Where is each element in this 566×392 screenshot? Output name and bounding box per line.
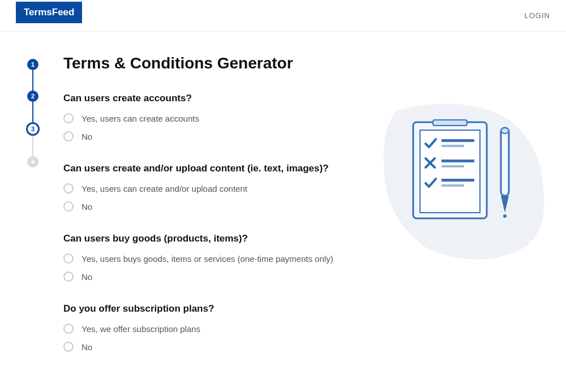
step-connector bbox=[32, 136, 33, 156]
logo-part2: Feed bbox=[52, 7, 75, 18]
option-label: No bbox=[82, 202, 92, 212]
login-link[interactable]: LOGIN bbox=[525, 11, 550, 20]
option-yes[interactable]: Yes, users can create and/or upload cont… bbox=[63, 183, 367, 193]
step-4[interactable]: 4 bbox=[27, 156, 38, 167]
svg-point-12 bbox=[501, 128, 509, 133]
option-no[interactable]: No bbox=[63, 201, 367, 212]
option-label: Yes, we offer subscription plans bbox=[82, 324, 200, 334]
radio-icon bbox=[63, 183, 74, 193]
svg-rect-7 bbox=[441, 160, 474, 162]
option-label: No bbox=[82, 342, 92, 352]
svg-rect-4 bbox=[441, 145, 464, 147]
option-label: No bbox=[82, 272, 92, 282]
svg-rect-11 bbox=[501, 128, 509, 196]
content: 1 2 3 4 Terms & Conditions Generator Can… bbox=[0, 32, 566, 373]
option-label: Yes, users can create accounts bbox=[82, 114, 199, 123]
svg-point-13 bbox=[503, 214, 507, 218]
svg-rect-8 bbox=[441, 165, 464, 167]
radio-icon bbox=[63, 272, 74, 282]
header: TermsFeed LOGIN bbox=[0, 0, 566, 32]
option-no[interactable]: No bbox=[63, 131, 367, 141]
clipboard-illustration bbox=[374, 100, 549, 269]
page-title: Terms & Conditions Generator bbox=[63, 54, 367, 72]
step-connector bbox=[32, 102, 33, 122]
step-1[interactable]: 1 bbox=[27, 59, 38, 70]
svg-rect-1 bbox=[433, 120, 467, 126]
svg-rect-3 bbox=[441, 139, 474, 142]
question-title: Do you offer subscription plans? bbox=[63, 303, 367, 315]
option-label: Yes, users buys goods, items or services… bbox=[82, 254, 333, 264]
option-label: Yes, users can create and/or upload cont… bbox=[82, 184, 247, 193]
option-yes[interactable]: Yes, we offer subscription plans bbox=[63, 324, 367, 334]
logo-part1: Terms bbox=[24, 7, 52, 18]
option-yes[interactable]: Yes, users buys goods, items or services… bbox=[63, 253, 367, 264]
question-subscriptions: Do you offer subscription plans? Yes, we… bbox=[63, 303, 367, 352]
main-form: Terms & Conditions Generator Can users c… bbox=[50, 54, 367, 373]
svg-rect-9 bbox=[441, 179, 474, 182]
radio-icon bbox=[63, 253, 74, 264]
svg-rect-2 bbox=[420, 130, 480, 213]
option-yes[interactable]: Yes, users can create accounts bbox=[63, 113, 367, 123]
option-no[interactable]: No bbox=[63, 272, 367, 282]
radio-icon bbox=[63, 131, 74, 141]
step-3-current[interactable]: 3 bbox=[26, 122, 40, 136]
radio-icon bbox=[63, 113, 74, 123]
svg-rect-10 bbox=[441, 184, 464, 187]
radio-icon bbox=[63, 201, 74, 212]
question-title: Can users buy goods (products, items)? bbox=[63, 233, 367, 244]
option-label: No bbox=[82, 132, 92, 141]
option-no[interactable]: No bbox=[63, 342, 367, 352]
question-content: Can users create and/or upload content (… bbox=[63, 163, 367, 212]
question-title: Can users create accounts? bbox=[63, 93, 367, 104]
radio-icon bbox=[63, 324, 74, 334]
question-accounts: Can users create accounts? Yes, users ca… bbox=[63, 93, 367, 141]
step-2[interactable]: 2 bbox=[27, 91, 38, 102]
logo[interactable]: TermsFeed bbox=[16, 2, 82, 23]
question-goods: Can users buy goods (products, items)? Y… bbox=[63, 233, 367, 282]
step-connector bbox=[32, 70, 33, 91]
question-title: Can users create and/or upload content (… bbox=[63, 163, 367, 174]
radio-icon bbox=[63, 342, 74, 352]
step-rail: 1 2 3 4 bbox=[16, 54, 50, 373]
